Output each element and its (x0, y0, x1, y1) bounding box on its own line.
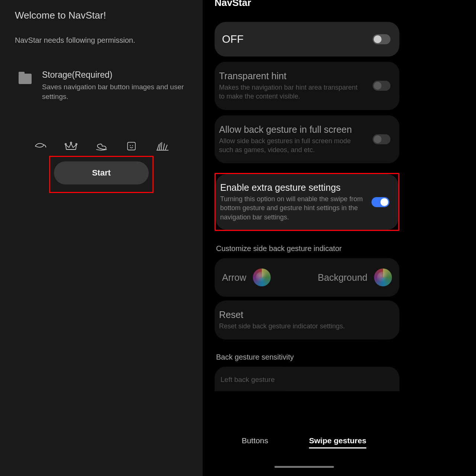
decorative-icon-row (15, 140, 188, 152)
left-back-gesture-card[interactable]: Left back gesture (215, 367, 399, 391)
extra-gesture-highlight-box: Enable extra gesture settings Turning th… (215, 173, 399, 231)
svg-point-5 (132, 145, 133, 146)
allow-back-gesture-title: Allow back gesture in full screen (219, 124, 373, 135)
transparent-hint-card[interactable]: Transparent hint Makes the navigation ba… (215, 62, 399, 110)
fish-icon (34, 140, 47, 152)
svg-point-2 (75, 144, 77, 145)
color-wheel-icon[interactable] (253, 268, 271, 286)
svg-point-4 (130, 145, 131, 146)
arrow-label: Arrow (222, 272, 246, 283)
page-title: NavStar (215, 0, 399, 9)
transparent-hint-switch[interactable] (373, 81, 390, 91)
background-label: Background (318, 272, 367, 283)
main-toggle-switch[interactable] (373, 34, 390, 44)
settings-panel: NavStar OFF Transparent hint Makes the n… (203, 0, 405, 476)
smiley-square-icon (125, 140, 139, 152)
bottom-tabs: Buttons Swipe gestures (203, 436, 405, 448)
main-toggle-card[interactable]: OFF (215, 22, 399, 57)
allow-back-gesture-card[interactable]: Allow back gesture in full screen Allow … (215, 115, 399, 164)
allow-back-gesture-switch[interactable] (373, 134, 390, 144)
extra-gesture-title: Enable extra gesture settings (220, 182, 372, 193)
transparent-hint-title: Transparent hint (219, 71, 373, 81)
storage-title: Storage(Required) (42, 70, 188, 80)
extra-gesture-card[interactable]: Enable extra gesture settings Turning th… (216, 174, 398, 230)
reset-card[interactable]: Reset Reset side back gesture indicator … (215, 300, 399, 340)
permission-intro: NavStar needs following permission. (15, 36, 188, 45)
storage-desc: Saves navigation bar button images and u… (42, 82, 188, 101)
grass-icon (156, 140, 169, 152)
welcome-title: Welcome to NavStar! (15, 10, 188, 21)
extra-gesture-desc: Turning this option on will enable the s… (220, 194, 365, 222)
duck-icon (95, 140, 108, 152)
home-bar-indicator[interactable] (274, 466, 334, 468)
allow-back-gesture-desc: Allow side back gestures in full screen … (219, 136, 364, 155)
start-button[interactable]: Start (54, 161, 149, 184)
main-toggle-label: OFF (222, 33, 373, 45)
folder-icon (19, 74, 32, 84)
arrow-color-item[interactable]: Arrow (222, 268, 271, 286)
reset-title: Reset (219, 309, 390, 320)
sensitivity-section-label: Back gesture sensitivity (215, 353, 399, 361)
welcome-panel: Welcome to NavStar! NavStar needs follow… (0, 0, 203, 476)
svg-point-0 (65, 144, 66, 145)
crown-icon (64, 140, 78, 152)
storage-permission-row: Storage(Required) Saves navigation bar b… (15, 70, 188, 101)
tab-buttons[interactable]: Buttons (242, 436, 268, 448)
transparent-hint-desc: Makes the navigation bar hint area trans… (219, 83, 364, 101)
color-wheel-icon[interactable] (374, 268, 392, 286)
extra-gesture-switch[interactable] (372, 197, 389, 207)
background-color-item[interactable]: Background (318, 268, 392, 286)
customize-section-label: Customize side back gesture indicator (215, 244, 399, 253)
start-highlight-box: Start (49, 156, 154, 193)
left-back-gesture-label: Left back gesture (221, 375, 366, 385)
tab-swipe-gestures[interactable]: Swipe gestures (309, 436, 366, 448)
reset-desc: Reset side back gesture indicator settin… (219, 322, 364, 331)
color-picker-card: Arrow Background (215, 258, 399, 297)
svg-rect-3 (128, 142, 135, 150)
